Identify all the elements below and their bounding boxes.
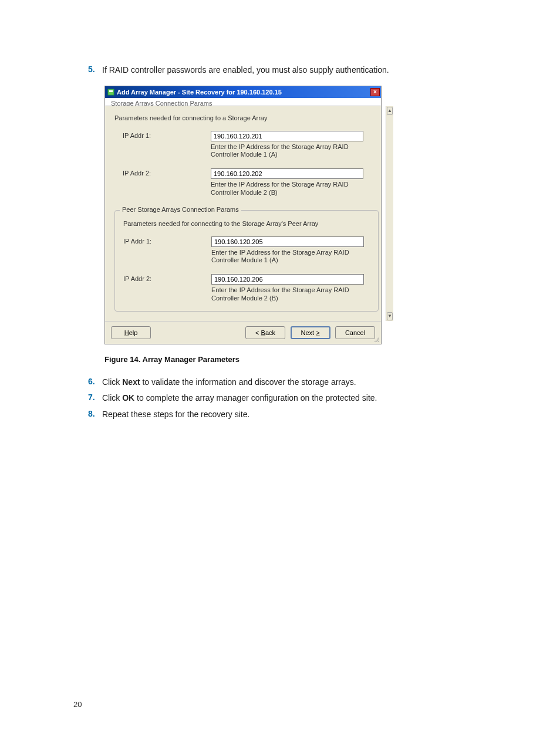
cancel-button[interactable]: Cancel	[335, 326, 375, 339]
peer-fieldset: Peer Storage Arrays Connection Params Pa…	[114, 210, 379, 312]
scroll-down-icon[interactable]: ▼	[387, 312, 393, 320]
step-6: 6. Click Next to validate the informatio…	[88, 377, 472, 388]
titlebar: Add Array Manager - Site Recovery for 19…	[105, 86, 381, 98]
svg-line-4	[378, 341, 379, 342]
scroll-track[interactable]	[386, 116, 393, 312]
s1-ip1-input[interactable]	[211, 131, 363, 141]
s2-ip2-input[interactable]	[211, 274, 364, 285]
step-8-text: Repeat these steps for the recovery site…	[102, 409, 249, 421]
s2-ip2-row: IP Addr 2: Enter the IP Address for the …	[123, 274, 370, 304]
vertical-scrollbar[interactable]: ▲ ▼	[386, 106, 393, 321]
s1-ip1-row: IP Addr 1: Enter the IP Address for the …	[123, 131, 382, 168]
resize-grip-icon[interactable]	[373, 336, 380, 343]
window-title: Add Array Manager - Site Recovery for 19…	[117, 89, 370, 96]
step-7-text: Click OK to complete the array manager c…	[102, 393, 377, 404]
help-button[interactable]: Help	[111, 326, 151, 339]
step-5-number: 5.	[88, 65, 102, 74]
app-icon	[107, 89, 114, 96]
s1-ip2-hint: Enter the IP Address for the Storage Arr…	[211, 181, 369, 197]
s2-ip1-row: IP Addr 1: Enter the IP Address for the …	[123, 236, 370, 273]
dialog-screenshot: Add Array Manager - Site Recovery for 19…	[104, 86, 472, 344]
step-8-number: 8.	[88, 409, 102, 418]
add-array-manager-dialog: Add Array Manager - Site Recovery for 19…	[104, 86, 382, 344]
step-6-text: Click Next to validate the information a…	[102, 377, 356, 388]
section1-text: Parameters needed for connecting to a St…	[114, 114, 382, 121]
s2-ip1-input[interactable]	[211, 236, 364, 247]
s2-ip2-label: IP Addr 2:	[123, 274, 211, 282]
back-button[interactable]: < Back	[245, 326, 285, 339]
s1-ip1-label: IP Addr 1:	[123, 131, 211, 139]
s2-ip1-hint: Enter the IP Address for the Storage Arr…	[211, 249, 370, 265]
step-8: 8. Repeat these steps for the recovery s…	[88, 409, 472, 421]
step-5-text: If RAID controller passwords are enabled…	[102, 65, 389, 76]
dialog-footer: Help < Back Next > Cancel	[105, 321, 381, 344]
s1-ip2-label: IP Addr 2:	[123, 168, 211, 177]
scroll-up-icon[interactable]: ▲	[387, 107, 393, 115]
close-icon[interactable]: ×	[370, 88, 380, 96]
step-7: 7. Click OK to complete the array manage…	[88, 393, 472, 404]
steps-6-8: 6. Click Next to validate the informatio…	[88, 377, 472, 421]
svg-rect-1	[109, 90, 113, 92]
dialog-main: Parameters needed for connecting to a St…	[105, 106, 386, 321]
s1-ip1-hint: Enter the IP Address for the Storage Arr…	[211, 143, 369, 160]
step-6-number: 6.	[88, 377, 102, 386]
figure-caption: Figure 14. Array Manager Parameters	[104, 355, 472, 364]
page-number: 20	[73, 700, 82, 709]
step-7-number: 7.	[88, 393, 102, 402]
s1-ip2-row: IP Addr 2: Enter the IP Address for the …	[123, 168, 382, 205]
section2-text: Parameters needed for connecting to the …	[123, 220, 370, 227]
s2-ip1-label: IP Addr 1:	[123, 236, 211, 245]
s2-ip2-hint: Enter the IP Address for the Storage Arr…	[211, 286, 370, 303]
next-button[interactable]: Next >	[291, 326, 330, 339]
wizard-header-partial: Storage Arrays Connection Params	[105, 98, 381, 106]
step-5: 5. If RAID controller passwords are enab…	[88, 65, 472, 76]
dialog-body: Parameters needed for connecting to a St…	[105, 106, 381, 321]
peer-legend: Peer Storage Arrays Connection Params	[120, 206, 241, 213]
s1-ip2-input[interactable]	[211, 168, 363, 179]
